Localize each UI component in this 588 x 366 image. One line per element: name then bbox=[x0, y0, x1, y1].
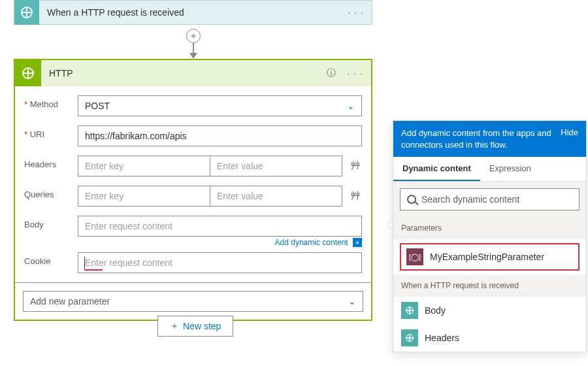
text-cursor bbox=[84, 257, 85, 269]
dynamic-content-search-input[interactable]: Search dynamic content bbox=[400, 188, 580, 210]
queries-label: Queries bbox=[24, 186, 78, 199]
cookie-placeholder: Enter request content bbox=[85, 258, 172, 268]
method-select[interactable]: POST ⌄ bbox=[78, 95, 362, 116]
hide-dynamic-panel-link[interactable]: Hide bbox=[561, 127, 578, 137]
http-action-icon bbox=[15, 60, 41, 86]
trigger-title: When a HTTP request is received bbox=[39, 7, 340, 18]
add-new-parameter-label: Add new parameter bbox=[30, 296, 110, 307]
dynamic-item-label: MyExampleStringParameter bbox=[430, 252, 544, 262]
cookie-label: Cookie bbox=[24, 252, 78, 266]
add-new-parameter-select[interactable]: Add new parameter ⌄ bbox=[23, 291, 363, 312]
new-step-label: New step bbox=[183, 321, 221, 331]
method-value: POST bbox=[85, 101, 110, 111]
uri-label: URI bbox=[24, 125, 78, 139]
http-card-title: HTTP bbox=[41, 68, 323, 78]
headers-label: Headers bbox=[24, 156, 78, 169]
uri-input[interactable]: https://fabrikam.com/apis bbox=[78, 125, 362, 146]
group-parameters-label: Parameters bbox=[393, 217, 586, 239]
parameter-icon: [◯] bbox=[406, 248, 423, 265]
group-trigger-label: When a HTTP request is received bbox=[393, 274, 586, 297]
chevron-down-icon: ⌄ bbox=[348, 296, 356, 307]
dynamic-content-message: Add dynamic content from the apps and co… bbox=[401, 127, 561, 150]
dynamic-content-panel: Add dynamic content from the apps and co… bbox=[393, 120, 587, 352]
dynamic-item-headers[interactable]: Headers bbox=[393, 324, 586, 352]
trigger-menu-button[interactable]: · · · bbox=[340, 7, 372, 18]
http-menu-button[interactable]: · · · bbox=[340, 68, 371, 78]
http-card-header[interactable]: HTTP ⓘ · · · bbox=[15, 60, 371, 86]
info-icon[interactable]: ⓘ bbox=[323, 67, 340, 79]
header-key-input[interactable]: Enter key bbox=[78, 156, 210, 176]
headers-switch-mode-icon[interactable]: ⾋ bbox=[349, 160, 362, 172]
http-action-card: HTTP ⓘ · · · Method POST ⌄ URI https://f… bbox=[14, 59, 372, 321]
body-label: Body bbox=[24, 216, 78, 229]
dynamic-item-label: Headers bbox=[425, 333, 459, 343]
tab-expression[interactable]: Expression bbox=[480, 157, 540, 181]
headers-kv: Enter key Enter value bbox=[78, 156, 342, 176]
http-trigger-icon bbox=[401, 329, 418, 346]
http-trigger-icon bbox=[14, 0, 39, 25]
search-icon bbox=[407, 195, 416, 204]
validation-underline bbox=[84, 269, 103, 271]
queries-kv: Enter key Enter value bbox=[78, 186, 342, 207]
plus-icon: ＋ bbox=[170, 320, 179, 332]
cookie-input[interactable]: Enter request content bbox=[78, 252, 362, 273]
body-input[interactable]: Enter request content bbox=[78, 216, 362, 237]
dynamic-item-body[interactable]: Body bbox=[393, 297, 586, 324]
dynamic-item-label: Body bbox=[425, 305, 446, 316]
tab-dynamic-content[interactable]: Dynamic content bbox=[393, 157, 480, 181]
queries-switch-mode-icon[interactable]: ⾋ bbox=[349, 190, 362, 202]
connector-arrow: ＋ bbox=[14, 25, 372, 59]
insert-step-button[interactable]: ＋ bbox=[186, 29, 201, 43]
trigger-card[interactable]: When a HTTP request is received · · · bbox=[14, 0, 372, 25]
new-step-button[interactable]: ＋ New step bbox=[157, 316, 233, 337]
method-label: Method bbox=[24, 95, 78, 109]
query-key-input[interactable]: Enter key bbox=[78, 186, 210, 206]
chevron-down-icon: ⌄ bbox=[347, 101, 355, 111]
search-placeholder: Search dynamic content bbox=[421, 194, 519, 205]
add-dynamic-content-plus-icon[interactable]: + bbox=[353, 238, 362, 247]
dynamic-item-myexamplestringparameter[interactable]: [◯] MyExampleStringParameter bbox=[400, 243, 580, 271]
http-trigger-icon bbox=[401, 302, 418, 319]
header-value-input[interactable]: Enter value bbox=[210, 156, 342, 176]
uri-value: https://fabrikam.com/apis bbox=[85, 131, 187, 141]
query-value-input[interactable]: Enter value bbox=[210, 186, 342, 206]
add-dynamic-content-link[interactable]: Add dynamic content bbox=[275, 238, 348, 247]
